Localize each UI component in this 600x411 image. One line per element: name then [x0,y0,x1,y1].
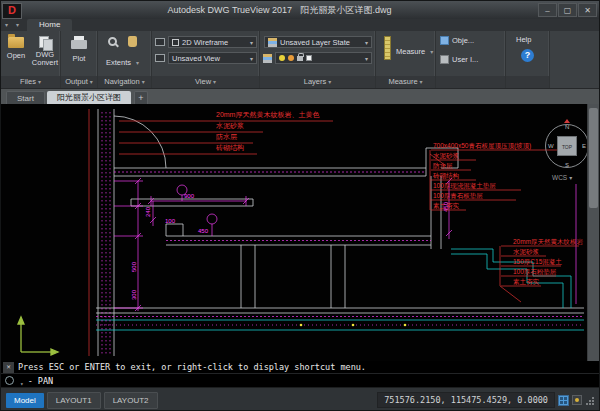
wcs-selector[interactable]: WCS [552,174,572,181]
maximize-button[interactable]: ▢ [558,3,577,17]
layers-panel-label[interactable]: Layers [260,76,375,88]
files-panel-label[interactable]: Files [1,76,60,88]
convert-label-2: Convert [32,59,58,67]
annotation: 150厚C15混凝土 [513,258,562,266]
objects-button[interactable]: Obje... [440,36,474,45]
help-button[interactable]: Help [516,35,531,44]
output-panel-label[interactable]: Output [61,76,97,88]
annotation: 100厚青石板垫层 [433,192,483,200]
coordinate-readout: 751576.2150, 115475.4529, 0.0000 [377,392,555,408]
open-label: Open [7,52,25,60]
app-menu-caret-icon[interactable]: ▾ [12,19,23,31]
convert-sheets-icon [39,36,52,49]
layer-state-caret-icon [365,38,368,47]
measure-button[interactable]: Measure [396,47,433,56]
layer-dropdown[interactable] [275,52,372,64]
command-prompt: Press ESC or ENTER to exit, or right-cli… [18,362,366,372]
zoom-extents-icon[interactable] [108,37,117,46]
layout1-tab[interactable]: LAYOUT1 [47,392,101,409]
viewcube[interactable]: N E S W TOP [541,120,593,172]
user-interface-label: User I... [452,55,478,64]
camera-icon[interactable] [155,54,165,62]
dimension-text: 450 [443,202,449,212]
navigation-panel-label[interactable]: Navigation [98,76,151,88]
panel-tools: Obje... User I... [436,31,506,88]
command-close-button[interactable]: ✕ [3,362,14,373]
ribbon-tab-row: ▾ ▾ Home [1,19,599,31]
annotation: 100厚现浇混凝土垫层 [433,182,496,190]
annotation: 700x400x50青石板屋顶压顶(坡顶) [433,142,531,150]
annotation: 防水层 [433,162,453,170]
compass-s[interactable]: S [565,162,569,168]
annotation: 水泥砂浆 [433,152,459,160]
view-panel-label[interactable]: View [152,76,259,88]
tab-start[interactable]: Start [6,91,45,104]
scrollbar-thumb[interactable] [589,108,598,208]
layer-caret-icon [365,54,368,63]
model-tab[interactable]: Model [6,393,44,408]
user-interface-button[interactable]: User I... [440,55,478,64]
measure-panel-label[interactable]: Measure [376,76,435,88]
yellow-markers [300,324,407,327]
layer-state-dropdown[interactable]: Unsaved Layer State [264,36,372,48]
status-bar: Model LAYOUT1 LAYOUT2 751576.2150, 11547… [1,387,599,411]
folder-icon [8,37,24,48]
resize-grip[interactable] [585,396,594,405]
annotation: 砖砌结构 [433,172,459,180]
quick-access-caret-icon[interactable]: ▾ [1,19,12,31]
extents-caret-icon [134,58,139,67]
panel-measure: Measure Measure [376,31,436,88]
visual-style-caret-icon [250,38,253,47]
ribbon-tab-home[interactable]: Home [27,19,72,31]
app-name: Autodesk DWG TrueView 2017 [168,5,292,15]
objects-label: Obje... [452,36,474,45]
layout2-tab[interactable]: LAYOUT2 [104,392,158,409]
dimension-text: 300 [131,290,137,300]
ucs-icon [18,317,58,355]
compass-n[interactable]: N [565,124,569,130]
viewcube-top-face[interactable]: TOP [557,136,577,156]
minimize-button[interactable]: – [538,3,557,17]
named-view-dropdown[interactable]: Unsaved View [168,52,257,64]
wcs-caret-icon [567,174,572,181]
compass-w[interactable]: W [548,143,554,149]
panel-help: Help [506,31,550,88]
panel-view: 2D Wireframe Unsaved View View [152,31,260,88]
wcs-label: WCS [552,174,567,181]
layer-thaw-icon [288,55,294,61]
annotation: 水泥砂浆 [216,122,244,130]
wireframe-icon [172,39,179,46]
dwg-convert-button[interactable]: DWG Convert [31,32,59,67]
visual-style-dropdown[interactable]: 2D Wireframe [168,36,257,48]
ribbon-spacer [550,31,599,88]
measure-caret-icon [418,77,423,86]
annotation: 砖砌结构 [216,144,244,152]
close-button[interactable]: ✕ [578,3,597,17]
navigation-caret-icon [140,77,145,86]
extents-button[interactable]: Extents [106,58,139,67]
annotation-scale-icon[interactable] [572,395,582,405]
active-command[interactable]: - PAN [28,376,54,386]
layer-on-icon [279,55,285,61]
viewport-icon[interactable] [155,38,165,46]
help-label: Help [516,35,531,44]
plot-button[interactable]: Plot [65,32,93,63]
measure-btn-caret-icon [428,47,433,56]
objects-icon [440,36,449,45]
window-controls: – ▢ ✕ [537,3,597,17]
help-icon[interactable] [521,49,534,62]
drawing-viewport[interactable]: 20mm厚天然黄木纹板岩、土黄色 水泥砂浆 防水层 砖砌结构 700x400x5… [1,104,599,361]
open-button[interactable]: Open [3,32,29,60]
grid-icon[interactable] [558,395,569,406]
pan-icon[interactable] [128,36,137,47]
compass-e[interactable]: E [582,143,586,149]
cyan-lines [96,249,584,330]
new-tab-button[interactable]: + [134,91,148,104]
app-logo[interactable]: D [2,3,22,19]
window-title: Autodesk DWG TrueView 2017 阳光丽景小区详图.dwg [22,4,537,17]
ruler-icon [384,36,391,60]
vertical-scrollbar[interactable] [587,104,599,361]
document-name: 阳光丽景小区详图.dwg [300,5,391,15]
tab-active-drawing[interactable]: 阳光丽景小区详图 [47,91,131,104]
north-marker-icon [564,119,570,123]
